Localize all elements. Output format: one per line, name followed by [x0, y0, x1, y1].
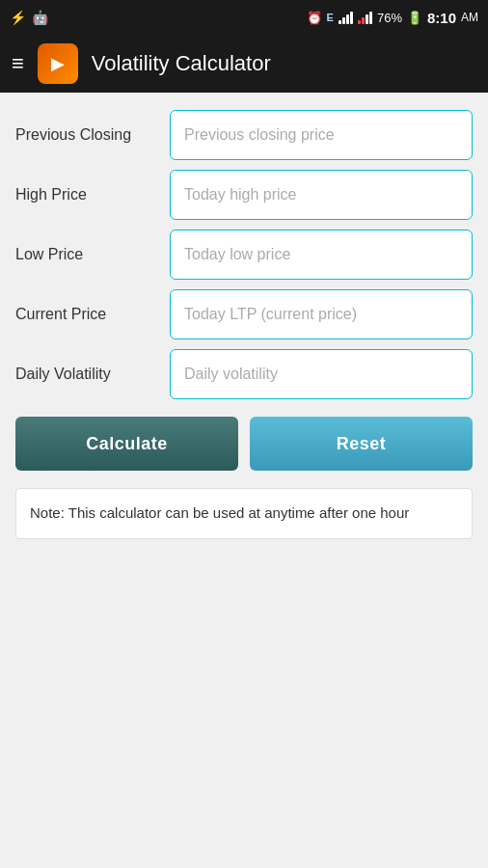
- note-text: Note: This calculator can be used at any…: [30, 504, 409, 521]
- reset-button[interactable]: Reset: [250, 417, 473, 471]
- calculate-button[interactable]: Calculate: [15, 417, 238, 471]
- title-bar: ≡ Volatility Calculator: [0, 35, 488, 93]
- status-bar-right: ⏰ E 76% 🔋 8:10 AM: [307, 10, 478, 26]
- ampm-display: AM: [461, 11, 478, 24]
- signal-bars-2: [358, 11, 372, 24]
- low-price-label: Low Price: [15, 246, 170, 263]
- status-bar: ⚡ 🤖 ⏰ E 76% 🔋 8:10 AM: [0, 0, 488, 35]
- menu-icon[interactable]: ≡: [12, 51, 24, 76]
- alarm-icon: ⏰: [307, 11, 322, 25]
- time-display: 8:10: [427, 10, 456, 26]
- app-logo: [38, 43, 78, 84]
- status-bar-left: ⚡ 🤖: [10, 10, 48, 25]
- app-title: Volatility Calculator: [92, 51, 271, 76]
- previous-closing-row: Previous Closing: [15, 110, 473, 160]
- current-price-input[interactable]: [170, 289, 473, 339]
- daily-volatility-input[interactable]: [170, 349, 473, 399]
- signal-bars-1: [339, 11, 353, 24]
- previous-closing-input[interactable]: [170, 110, 473, 160]
- battery-percentage: 76%: [377, 11, 402, 25]
- buttons-row: Calculate Reset: [15, 417, 473, 471]
- low-price-input[interactable]: [170, 230, 473, 280]
- high-price-row: High Price: [15, 170, 473, 220]
- daily-volatility-label: Daily Volatility: [15, 366, 170, 383]
- high-price-label: High Price: [15, 186, 170, 203]
- daily-volatility-row: Daily Volatility: [15, 349, 473, 399]
- android-icon: 🤖: [32, 10, 48, 25]
- main-content: Previous Closing High Price Low Price Cu…: [0, 93, 488, 556]
- current-price-label: Current Price: [15, 306, 170, 323]
- high-price-input[interactable]: [170, 170, 473, 220]
- signal-e-icon: E: [327, 12, 334, 23]
- low-price-row: Low Price: [15, 230, 473, 280]
- battery-icon: 🔋: [407, 11, 422, 25]
- note-box: Note: This calculator can be used at any…: [15, 488, 473, 539]
- usb-icon: ⚡: [10, 10, 26, 25]
- current-price-row: Current Price: [15, 289, 473, 339]
- previous-closing-label: Previous Closing: [15, 126, 170, 144]
